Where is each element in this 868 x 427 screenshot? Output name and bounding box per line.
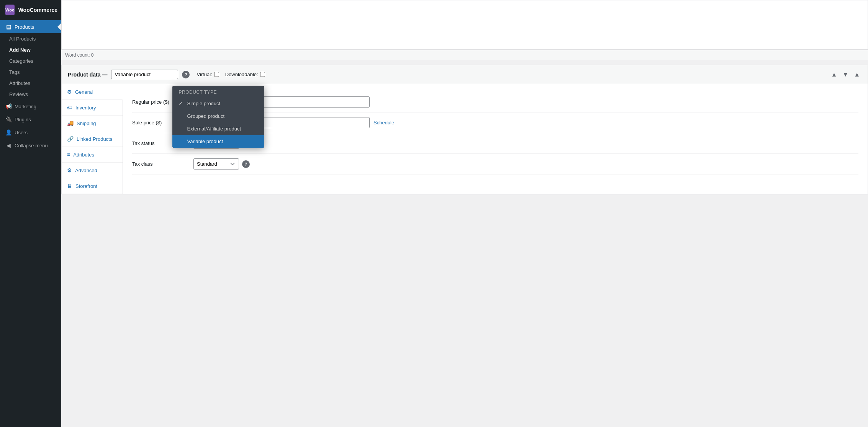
product-type-select[interactable]: Variable product Simple product Grouped … [111, 70, 178, 79]
sidebar-item-attributes[interactable]: Attributes [0, 78, 61, 89]
sidebar-item-label-marketing: Marketing [15, 104, 36, 109]
collapse-icon: ◀ [5, 142, 11, 148]
arrow-collapse-button[interactable]: ▲ [852, 70, 861, 79]
dropdown-label: Product Type [172, 86, 264, 97]
main-content: Word count: 0 Product data — Variable pr… [61, 0, 868, 427]
tab-label-attributes: Attributes [73, 152, 94, 158]
tab-label-inventory: Inventory [75, 105, 96, 111]
check-mark-simple: ✓ [179, 101, 184, 106]
check-mark-variable [179, 139, 184, 144]
virtual-downloadable: Virtual: Downloadable: [197, 72, 265, 77]
tab-shipping[interactable]: 🚚 Shipping [62, 116, 123, 131]
storefront-tab-icon: 🖥 [67, 183, 72, 189]
tab-advanced[interactable]: ⚙ Advanced [62, 163, 123, 178]
tax-class-select[interactable]: Standard Reduced rate Zero rate [193, 158, 239, 169]
sidebar-item-plugins[interactable]: 🔌 Plugins [0, 113, 61, 126]
sidebar-item-categories[interactable]: Categories [0, 55, 61, 67]
check-mark-external [179, 126, 184, 132]
tab-attributes[interactable]: ≡ Attributes [62, 147, 123, 163]
dropdown-item-grouped[interactable]: Grouped product [172, 110, 264, 122]
users-icon: 👤 [5, 129, 11, 135]
attributes-tab-icon: ≡ [67, 152, 70, 158]
sidebar-item-label-plugins: Plugins [15, 117, 31, 122]
tax-class-help-icon[interactable]: ? [242, 160, 250, 168]
tab-inventory[interactable]: 🏷 Inventory [62, 100, 123, 116]
tab-label-advanced: Advanced [75, 168, 97, 173]
dropdown-item-label-external: External/Affiliate product [187, 126, 241, 132]
downloadable-label[interactable]: Downloadable: [225, 72, 265, 77]
downloadable-checkbox[interactable] [260, 72, 265, 77]
virtual-checkbox[interactable] [214, 72, 219, 77]
product-type-dropdown-container: Variable product Simple product Grouped … [111, 70, 178, 79]
virtual-label[interactable]: Virtual: [197, 72, 219, 77]
arrow-up-button[interactable]: ▲ [829, 70, 839, 79]
sidebar-item-label-products: Products [15, 24, 34, 30]
sidebar-item-collapse[interactable]: ◀ Collapse menu [0, 139, 61, 152]
schedule-link[interactable]: Schedule [373, 120, 394, 125]
tax-class-select-row: Standard Reduced rate Zero rate ? [193, 158, 250, 169]
sidebar-item-all-products[interactable]: All Products [0, 33, 61, 44]
dropdown-item-variable[interactable]: Variable product [172, 135, 264, 148]
help-icon[interactable]: ? [182, 71, 190, 78]
woo-logo-icon: Woo [5, 5, 15, 15]
sidebar-item-marketing[interactable]: 📢 Marketing [0, 100, 61, 113]
advanced-tab-icon: ⚙ [67, 167, 72, 173]
products-submenu: All Products Add New Categories Tags Att… [0, 33, 61, 100]
shipping-tab-icon: 🚚 [67, 120, 74, 126]
dropdown-item-label-variable: Variable product [187, 139, 223, 144]
tax-class-row: Tax class Standard Reduced rate Zero rat… [132, 154, 858, 174]
tab-general[interactable]: ⚙ General [62, 84, 123, 100]
chevron-right-icon [57, 23, 61, 31]
sidebar-item-products[interactable]: ▤ Products [0, 20, 61, 33]
tab-label-linked-products: Linked Products [77, 136, 112, 142]
tab-label-storefront: Storefront [75, 183, 97, 189]
sidebar-logo-text: WooCommerce [18, 7, 57, 13]
tab-label-general: General [75, 89, 93, 95]
tab-storefront[interactable]: 🖥 Storefront [62, 178, 123, 194]
tab-label-shipping: Shipping [77, 121, 96, 126]
sidebar-item-label-collapse: Collapse menu [15, 143, 48, 148]
header-actions: ▲ ▼ ▲ [829, 70, 861, 79]
general-tab-icon: ⚙ [67, 89, 72, 95]
tax-class-label: Tax class [132, 161, 193, 167]
sidebar-logo[interactable]: Woo WooCommerce [0, 0, 61, 20]
linked-products-tab-icon: 🔗 [67, 136, 74, 142]
product-data-section: Product data — Variable product Simple p… [61, 65, 868, 194]
tab-linked-products[interactable]: 🔗 Linked Products [62, 131, 123, 147]
virtual-label-text: Virtual: [197, 72, 212, 77]
dropdown-item-external[interactable]: External/Affiliate product [172, 122, 264, 135]
sidebar-item-users[interactable]: 👤 Users [0, 126, 61, 139]
product-data-title: Product data — [68, 72, 107, 78]
description-area[interactable] [61, 0, 868, 50]
plugins-icon: 🔌 [5, 116, 11, 122]
products-icon: ▤ [5, 24, 11, 30]
marketing-icon: 📢 [5, 103, 11, 109]
sidebar: Woo WooCommerce ▤ Products All Products … [0, 0, 61, 427]
check-mark-grouped [179, 113, 184, 119]
inventory-tab-icon: 🏷 [67, 104, 72, 111]
product-data-header: Product data — Variable product Simple p… [62, 65, 868, 84]
dropdown-item-simple[interactable]: ✓ Simple product [172, 97, 264, 110]
word-count-text: Word count: 0 [65, 52, 93, 58]
sidebar-item-add-new[interactable]: Add New [0, 44, 61, 55]
downloadable-label-text: Downloadable: [225, 72, 258, 77]
product-type-dropdown-overlay: Product Type ✓ Simple product Grouped pr… [172, 86, 264, 148]
product-tabs: ⚙ General 🏷 Inventory 🚚 Shipping 🔗 Linke… [62, 84, 123, 194]
sidebar-item-reviews[interactable]: Reviews [0, 89, 61, 100]
sidebar-item-tags[interactable]: Tags [0, 67, 61, 78]
arrow-down-button[interactable]: ▼ [841, 70, 850, 79]
dropdown-item-label-grouped: Grouped product [187, 113, 224, 119]
dropdown-item-label-simple: Simple product [187, 101, 220, 106]
sidebar-item-label-users: Users [15, 130, 28, 135]
word-count-bar: Word count: 0 [61, 50, 868, 60]
